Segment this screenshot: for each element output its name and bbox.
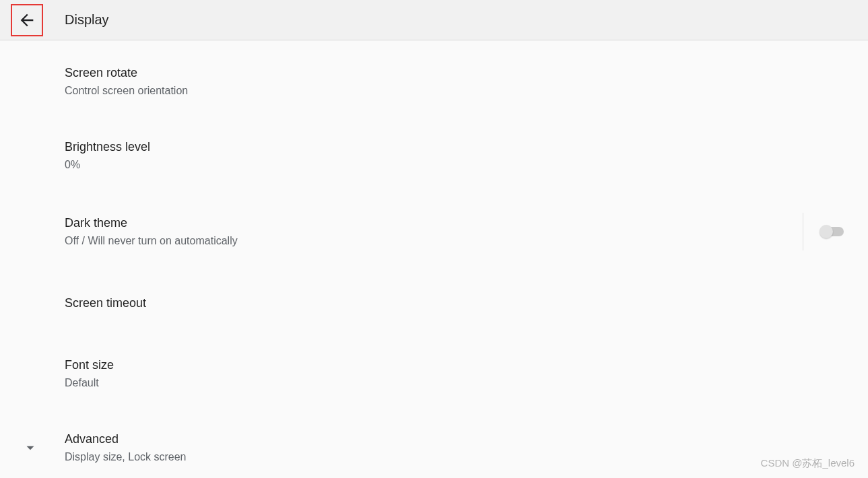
- setting-subtitle: Default: [65, 376, 868, 390]
- setting-title: Dark theme: [65, 215, 803, 232]
- back-button[interactable]: [11, 4, 43, 36]
- chevron-down-icon: [22, 439, 39, 456]
- header-bar: Display: [0, 0, 868, 40]
- switch-thumb: [820, 225, 833, 238]
- setting-subtitle: Display size, Lock screen: [65, 450, 868, 465]
- setting-title: Font size: [65, 357, 868, 374]
- setting-screen-timeout[interactable]: Screen timeout: [0, 280, 868, 327]
- dark-theme-toggle[interactable]: [820, 224, 846, 240]
- settings-content: Screen rotate Control screen orientation…: [0, 40, 868, 475]
- page-title: Display: [65, 12, 109, 28]
- setting-subtitle: Off / Will never turn on automatically: [65, 234, 803, 248]
- setting-font-size[interactable]: Font size Default: [0, 346, 868, 401]
- toggle-divider: [803, 213, 803, 250]
- setting-subtitle: Control screen orientation: [65, 84, 868, 98]
- setting-screen-rotate[interactable]: Screen rotate Control screen orientation: [0, 54, 868, 109]
- setting-dark-theme[interactable]: Dark theme Off / Will never turn on auto…: [0, 202, 868, 261]
- setting-subtitle: 0%: [65, 158, 868, 172]
- setting-title: Brightness level: [65, 139, 868, 156]
- setting-title: Screen rotate: [65, 65, 868, 81]
- setting-title: Advanced: [65, 431, 868, 448]
- setting-brightness-level[interactable]: Brightness level 0%: [0, 128, 868, 183]
- setting-title: Screen timeout: [65, 295, 868, 312]
- setting-advanced[interactable]: Advanced Display size, Lock screen: [0, 420, 868, 475]
- arrow-back-icon: [18, 11, 36, 30]
